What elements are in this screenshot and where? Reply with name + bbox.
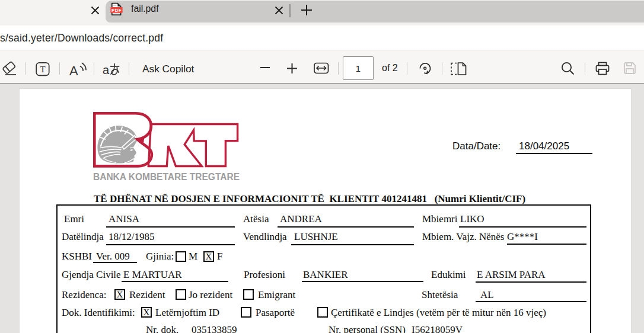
svg-text:A: A	[69, 63, 78, 77]
svg-text:T: T	[40, 65, 45, 74]
svg-text:BANKA KOMBETARE TREGTARE: BANKA KOMBETARE TREGTARE	[93, 172, 240, 182]
svg-text:PDF: PDF	[111, 8, 122, 13]
svg-text:a: a	[103, 63, 110, 76]
